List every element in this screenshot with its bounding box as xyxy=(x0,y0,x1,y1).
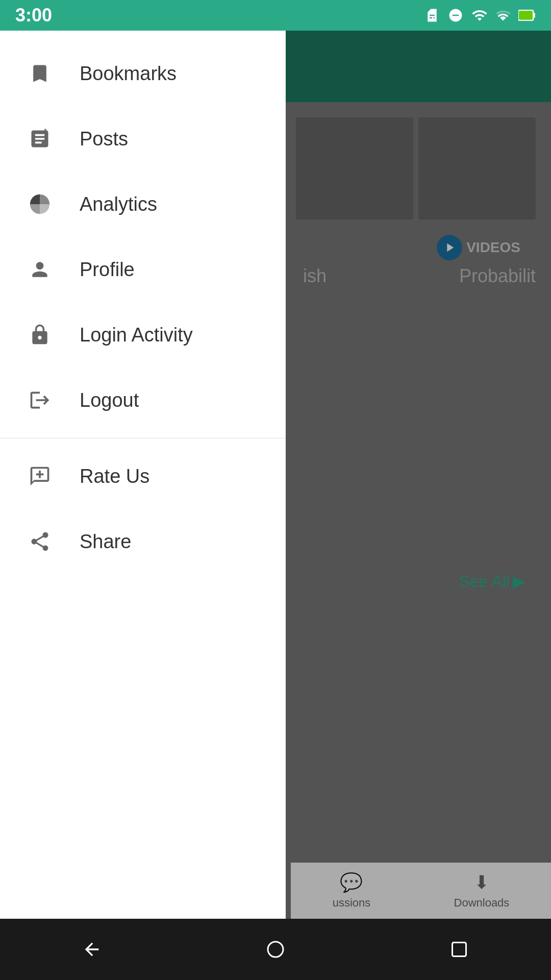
status-bar: 3:00 xyxy=(0,0,551,31)
back-button[interactable] xyxy=(77,934,107,965)
share-label: Share xyxy=(80,531,131,553)
bookmark-icon xyxy=(26,59,54,88)
menu-item-analytics[interactable]: Analytics xyxy=(0,172,286,237)
menu-item-share[interactable]: Share xyxy=(0,509,286,574)
status-icons xyxy=(424,7,536,23)
system-nav xyxy=(0,919,551,980)
menu-item-profile[interactable]: Profile xyxy=(0,237,286,302)
svg-point-3 xyxy=(268,942,283,957)
drawer: Bookmarks Posts xyxy=(0,0,286,980)
menu-item-logout[interactable]: Logout xyxy=(0,368,286,433)
profile-label: Profile xyxy=(80,259,135,281)
menu-item-posts[interactable]: Posts xyxy=(0,106,286,172)
menu-item-rate-us[interactable]: Rate Us xyxy=(0,444,286,509)
posts-icon xyxy=(26,125,54,153)
rate-icon xyxy=(26,462,54,491)
logout-label: Logout xyxy=(80,389,139,411)
do-not-disturb-icon xyxy=(448,8,463,23)
recent-button[interactable] xyxy=(444,934,474,965)
home-button[interactable] xyxy=(260,934,291,965)
wifi-icon xyxy=(471,7,488,23)
status-time: 3:00 xyxy=(15,5,52,26)
menu-item-bookmarks[interactable]: Bookmarks xyxy=(0,41,286,106)
analytics-icon xyxy=(26,190,54,218)
posts-label: Posts xyxy=(80,128,128,150)
lock-icon xyxy=(26,321,54,349)
logout-icon xyxy=(26,386,54,414)
login-activity-label: Login Activity xyxy=(80,324,193,346)
bookmarks-label: Bookmarks xyxy=(80,63,177,85)
drawer-menu: Bookmarks Posts xyxy=(0,31,286,922)
rate-us-label: Rate Us xyxy=(80,465,149,487)
sim-icon xyxy=(424,8,440,23)
share-icon xyxy=(26,527,54,556)
svg-rect-4 xyxy=(453,943,466,957)
battery-icon xyxy=(518,8,536,22)
menu-item-login-activity[interactable]: Login Activity xyxy=(0,302,286,368)
menu-divider xyxy=(0,438,286,438)
svg-rect-1 xyxy=(533,13,535,18)
profile-icon xyxy=(26,255,54,284)
analytics-label: Analytics xyxy=(80,193,157,215)
signal-icon xyxy=(496,8,510,22)
svg-rect-2 xyxy=(519,11,533,20)
